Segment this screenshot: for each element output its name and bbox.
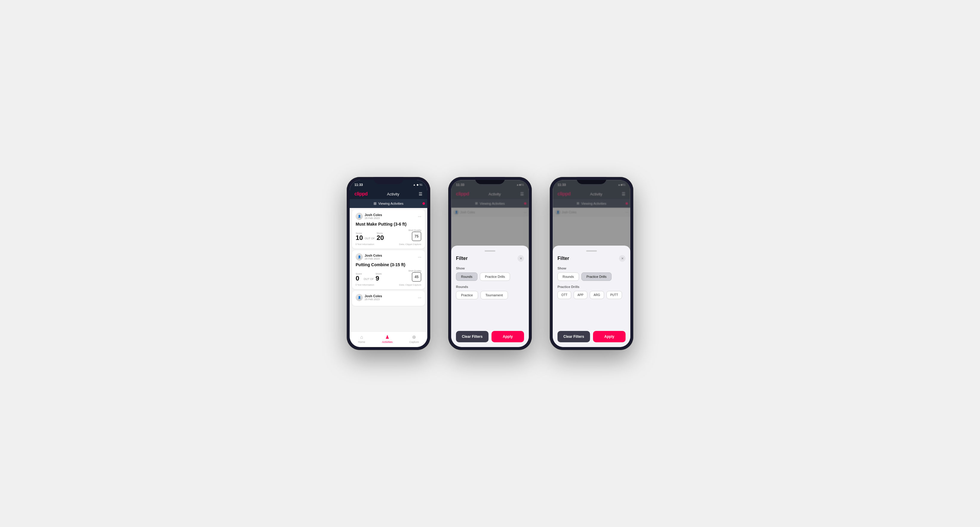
phone-2: 11:33 ▲◆51 clippd Activity ☰ ⊞ Viewing A…	[448, 177, 532, 350]
filter-overlay-2: Filter ✕ Show Rounds Practice Drills Rou…	[451, 180, 529, 347]
status-icons-1: ▲ ◆ 51	[413, 183, 423, 186]
modal-title-2: Filter	[456, 256, 468, 261]
activity-card-2: 👤 Josh Coles 28 Feb 2023 ··· Putting Com…	[352, 250, 425, 289]
card-footer-2: ℹ Test Information Data: Clippd Capture	[356, 284, 421, 286]
show-buttons-3: Rounds Practice Drills	[557, 273, 625, 281]
show-buttons-2: Rounds Practice Drills	[456, 273, 524, 281]
quality-badge-1: 75	[412, 232, 421, 241]
app-btn-3[interactable]: APP	[574, 291, 587, 299]
phone-1: 11:33 ▲ ◆ 51 clippd Activity ☰ ⊞ Viewing…	[347, 177, 430, 350]
more-dots-2[interactable]: ···	[418, 254, 421, 259]
phone-2-screen: 11:33 ▲◆51 clippd Activity ☰ ⊞ Viewing A…	[451, 180, 529, 347]
modal-header-3: Filter ✕	[557, 255, 625, 262]
notch-1	[374, 177, 403, 184]
card-footer-1: ℹ Test Information Data: Clippd Capture	[356, 243, 421, 246]
user-info-2: 👤 Josh Coles 28 Feb 2023	[356, 253, 382, 260]
more-dots-3[interactable]: ···	[418, 295, 421, 300]
menu-icon-1[interactable]: ☰	[418, 192, 423, 196]
more-dots-1[interactable]: ···	[418, 214, 421, 219]
show-label-3: Show	[557, 267, 625, 270]
tab-activities-1[interactable]: ♟ Activities	[382, 334, 393, 343]
close-btn-2[interactable]: ✕	[517, 255, 524, 262]
shots-val-2: 9	[375, 275, 382, 282]
modal-handle-3	[586, 250, 597, 252]
filter-modal-3: Filter ✕ Show Rounds Practice Drills Pra…	[553, 246, 630, 347]
tab-bar-1: ⌂ Home ♟ Activities ⊕ Capture	[350, 332, 427, 347]
phones-container: 11:33 ▲ ◆ 51 clippd Activity ☰ ⊞ Viewing…	[347, 177, 633, 350]
rounds-btn-2[interactable]: Rounds	[456, 273, 477, 281]
activity-card-1: 👤 Josh Coles 28 Feb 2023 ··· Must Make P…	[352, 210, 425, 249]
out-of-2: OUT OF	[364, 278, 374, 282]
apply-btn-3[interactable]: Apply	[593, 331, 625, 342]
clear-btn-2[interactable]: Clear Filters	[456, 331, 488, 342]
status-time-1: 11:33	[355, 183, 363, 187]
modal-header-2: Filter ✕	[456, 255, 524, 262]
tab-home-1[interactable]: ⌂ Home	[358, 335, 365, 343]
home-label-1: Home	[358, 340, 365, 343]
battery-icon: 51	[420, 183, 423, 186]
user-name-2: Josh Coles	[364, 254, 382, 257]
rounds-buttons-2: Practice Tournament	[456, 291, 524, 299]
info-text-1: ℹ Test Information	[356, 243, 374, 246]
logo-1: clippd	[355, 191, 368, 197]
modal-title-3: Filter	[557, 256, 569, 261]
filter-section-rounds-2: Rounds Practice Tournament	[456, 285, 524, 299]
activities-label-1: Activities	[382, 340, 393, 343]
stats-row-1: Score 10 OUT OF Shots 20 Shot Quality 75	[356, 229, 421, 241]
user-date-1: 28 Feb 2023	[364, 217, 382, 220]
quality-badge-2: 45	[412, 272, 421, 282]
score-val-2: 0	[356, 275, 362, 282]
practice-round-btn-2[interactable]: Practice	[456, 291, 478, 299]
phone-1-screen: 11:33 ▲ ◆ 51 clippd Activity ☰ ⊞ Viewing…	[350, 180, 427, 347]
modal-actions-3: Clear Filters Apply	[557, 326, 625, 342]
modal-actions-2: Clear Filters Apply	[456, 326, 524, 342]
shots-val-1: 20	[377, 235, 384, 241]
phone-3-screen: 11:33 ▲◆51 clippd Activity ☰ ⊞ Viewing A…	[553, 180, 630, 347]
filter-icon-1: ⊞	[374, 202, 377, 206]
activity-list-1: 👤 Josh Coles 28 Feb 2023 ··· Must Make P…	[350, 208, 427, 332]
score-val-1: 10	[356, 235, 363, 241]
data-source-1: Data: Clippd Capture	[399, 243, 421, 246]
wifi-icon: ◆	[417, 183, 418, 186]
nav-title-1: Activity	[387, 192, 399, 196]
info-text-2: ℹ Test Information	[356, 284, 374, 286]
ott-btn-3[interactable]: OTT	[557, 291, 571, 299]
filter-section-show-3: Show Rounds Practice Drills	[557, 267, 625, 281]
rounds-label-2: Rounds	[456, 285, 524, 289]
activity-title-2: Putting Combine (3-15 ft)	[356, 262, 421, 267]
activity-card-3: 👤 Josh Coles 28 Feb 2023 ···	[352, 291, 425, 306]
putt-btn-3[interactable]: PUTT	[606, 291, 622, 299]
data-source-2: Data: Clippd Capture	[399, 284, 421, 286]
clear-btn-3[interactable]: Clear Filters	[557, 331, 590, 342]
filter-overlay-3: Filter ✕ Show Rounds Practice Drills Pra…	[553, 180, 630, 347]
avatar-2: 👤	[356, 253, 363, 260]
out-of-1: OUT OF	[364, 237, 375, 241]
avatar-3: 👤	[356, 294, 363, 301]
filter-section-drills-3: Practice Drills OTT APP ARG PUTT	[557, 285, 625, 299]
rounds-btn-3[interactable]: Rounds	[557, 273, 579, 281]
user-date-3: 28 Feb 2023	[364, 298, 382, 301]
show-label-2: Show	[456, 267, 524, 270]
user-info-3: 👤 Josh Coles 28 Feb 2023	[356, 294, 382, 301]
card-header-1: 👤 Josh Coles 28 Feb 2023 ···	[356, 213, 421, 220]
practice-drills-btn-3[interactable]: Practice Drills	[581, 273, 611, 281]
viewing-bar-1[interactable]: ⊞ Viewing Activities	[350, 199, 427, 208]
phone-3: 11:33 ▲◆51 clippd Activity ☰ ⊞ Viewing A…	[550, 177, 633, 350]
filter-section-show-2: Show Rounds Practice Drills	[456, 267, 524, 281]
user-name-1: Josh Coles	[364, 213, 382, 217]
card-header-3: 👤 Josh Coles 28 Feb 2023 ···	[356, 294, 421, 301]
close-btn-3[interactable]: ✕	[619, 255, 625, 262]
tournament-btn-2[interactable]: Tournament	[480, 291, 508, 299]
user-date-2: 28 Feb 2023	[364, 257, 382, 260]
drills-label-3: Practice Drills	[557, 285, 625, 289]
apply-btn-2[interactable]: Apply	[492, 331, 524, 342]
signal-icon: ▲	[413, 183, 416, 186]
tab-capture-1[interactable]: ⊕ Capture	[409, 334, 419, 343]
filter-modal-2: Filter ✕ Show Rounds Practice Drills Rou…	[451, 246, 529, 347]
viewing-label-1: Viewing Activities	[378, 202, 403, 205]
stats-row-2: Score 0 OUT OF Shots 9 Shot Quality 45	[356, 270, 421, 282]
practice-drills-btn-2[interactable]: Practice Drills	[480, 273, 510, 281]
arg-btn-3[interactable]: ARG	[590, 291, 604, 299]
activities-icon-1: ♟	[385, 334, 389, 340]
quality-label-1: Shot Quality	[408, 229, 421, 232]
